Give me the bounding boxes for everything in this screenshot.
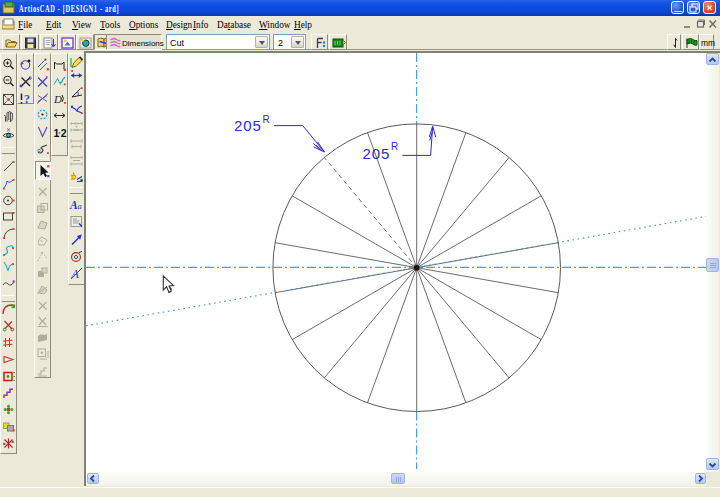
svg-text:205: 205 [234,117,262,134]
svg-text:D: D [53,93,62,105]
svg-text:a: a [78,201,82,211]
svg-text:205: 205 [363,145,391,162]
svg-text:2: 2 [61,127,67,139]
svg-text:R: R [391,141,398,152]
svg-text:R: R [263,114,270,125]
svg-text:A: A [71,267,80,281]
svg-text:?: ? [24,92,30,106]
